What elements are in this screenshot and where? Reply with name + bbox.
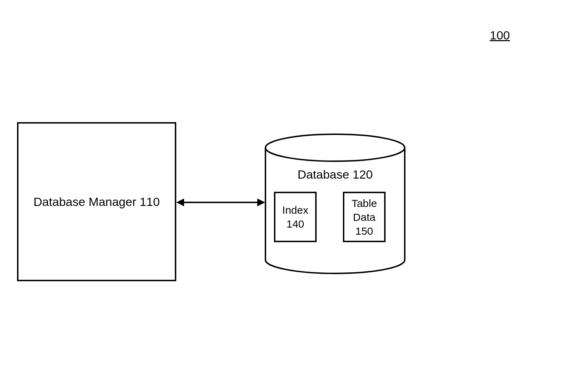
bidirectional-arrow-icon <box>176 197 265 208</box>
database-manager-box: Database Manager 110 <box>17 122 176 281</box>
index-label: Index140 <box>282 203 308 231</box>
figure-number-label: 100 <box>490 28 510 42</box>
database-manager-label: Database Manager 110 <box>33 195 160 209</box>
svg-point-3 <box>265 134 405 161</box>
svg-marker-2 <box>257 198 265 206</box>
index-box: Index140 <box>274 192 317 242</box>
table-data-label: TableData150 <box>351 196 377 238</box>
svg-marker-1 <box>176 198 184 206</box>
database-label: Database 120 <box>265 168 405 181</box>
table-data-box: TableData150 <box>343 192 386 242</box>
